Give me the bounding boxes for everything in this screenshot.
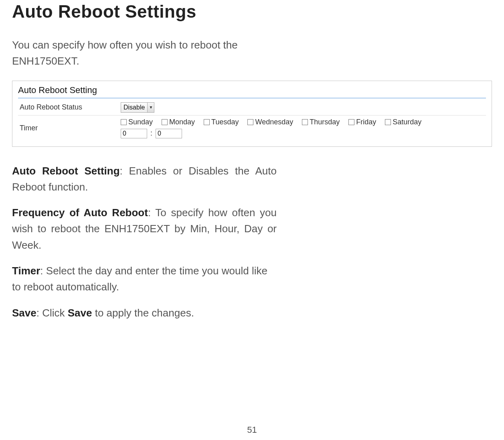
day-label: Monday	[169, 118, 195, 126]
panel-divider	[18, 98, 486, 98]
chevron-down-icon[interactable]: ▼	[147, 103, 154, 112]
time-colon: :	[150, 129, 152, 138]
day-tuesday[interactable]: Tuesday	[204, 118, 239, 126]
day-label: Wednesday	[255, 118, 293, 126]
day-list: Sunday Monday Tuesday Wednesday	[121, 118, 484, 126]
checkbox-icon[interactable]	[348, 119, 354, 125]
desc-label-inline: Save	[68, 307, 92, 319]
desc-label: Frequency of Auto Reboot	[12, 207, 148, 219]
panel-title: Auto Reboot Setting	[18, 85, 486, 95]
day-wednesday[interactable]: Wednesday	[247, 118, 293, 126]
day-friday[interactable]: Friday	[348, 118, 376, 126]
checkbox-icon[interactable]	[121, 119, 127, 125]
time-row: 0 : 0	[121, 129, 484, 138]
page-title: Auto Reboot Settings	[12, 2, 492, 22]
checkbox-icon[interactable]	[247, 119, 253, 125]
checkbox-icon[interactable]	[162, 119, 168, 125]
desc-timer: Timer: Select the day and enter the time…	[12, 263, 277, 295]
day-label: Thursday	[310, 118, 340, 126]
status-value: Disable	[121, 104, 147, 111]
checkbox-icon[interactable]	[302, 119, 308, 125]
desc-label: Save	[12, 307, 36, 319]
day-sunday[interactable]: Sunday	[121, 118, 153, 126]
desc-text: : Click	[36, 307, 68, 319]
day-saturday[interactable]: Saturday	[385, 118, 421, 126]
desc-frequency: Frequency of Auto Reboot: To specify how…	[12, 205, 277, 253]
desc-auto-reboot-setting: Auto Reboot Setting: Enables or Disables…	[12, 163, 277, 195]
minute-input[interactable]: 0	[156, 129, 182, 138]
day-label: Saturday	[393, 118, 421, 126]
day-label: Tuesday	[211, 118, 239, 126]
day-label: Friday	[356, 118, 376, 126]
desc-text: : Select the day and enter the time you …	[12, 265, 267, 293]
day-thursday[interactable]: Thursday	[302, 118, 340, 126]
status-label: Auto Reboot Status	[18, 100, 119, 116]
desc-text: to apply the changes.	[92, 307, 194, 319]
timer-label: Timer	[18, 115, 119, 141]
auto-reboot-panel: Auto Reboot Setting Auto Reboot Status D…	[12, 81, 492, 147]
desc-label: Auto Reboot Setting	[12, 165, 120, 177]
hour-input[interactable]: 0	[121, 129, 147, 138]
checkbox-icon[interactable]	[204, 119, 210, 125]
desc-save: Save: Click Save to apply the changes.	[12, 305, 277, 321]
desc-label: Timer	[12, 265, 40, 277]
description-block: Auto Reboot Setting: Enables or Disables…	[12, 163, 277, 321]
day-monday[interactable]: Monday	[162, 118, 195, 126]
intro-text: You can specify how often you wish to re…	[12, 37, 269, 69]
page-number: 51	[0, 425, 504, 435]
day-label: Sunday	[128, 118, 153, 126]
status-select[interactable]: Disable ▼	[121, 102, 154, 113]
checkbox-icon[interactable]	[385, 119, 391, 125]
